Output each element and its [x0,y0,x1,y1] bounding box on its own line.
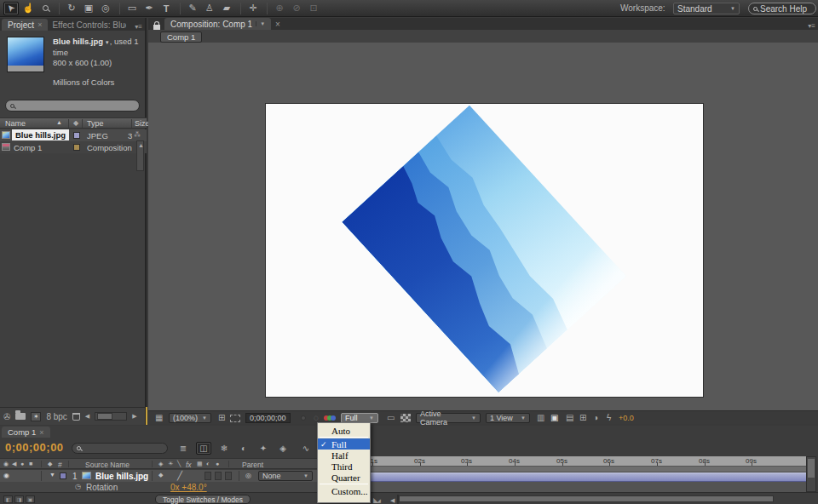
scroll-left-icon[interactable]: ◀ [85,413,89,420]
pen-tool-icon[interactable]: ✒ [141,2,157,15]
show-channels-icon[interactable] [325,415,336,421]
selection-tool-icon[interactable]: ➤ [3,2,19,15]
layer-name[interactable]: Blue hills.jpg [95,472,148,481]
rotation-value[interactable]: 0x +48.0° [170,483,207,492]
comp-mini-flowchart-button[interactable]: Comp 1 [160,32,202,43]
stopwatch-icon[interactable]: ◷ [75,483,81,490]
row-name[interactable]: Comp 1 [14,143,42,152]
label-swatch[interactable] [73,132,80,139]
chevron-down-icon[interactable]: ▼ [256,21,265,26]
column-name[interactable]: Name [5,119,26,128]
clone-stamp-tool-icon[interactable]: ♙ [202,2,217,15]
timeline-search-input[interactable] [72,443,168,454]
rotation-tool-icon[interactable]: ↻ [64,2,79,15]
scroll-left-icon[interactable]: ◀ [390,497,395,504]
expand-layer-switches-icon[interactable]: ◧ [3,495,13,503]
label-column-icon[interactable]: ◆ [73,119,78,127]
label-swatch[interactable] [73,144,80,151]
parent-column[interactable]: Parent [242,461,263,469]
graph-editor-icon[interactable]: ∿ [298,442,314,455]
trash-icon[interactable] [72,413,80,421]
table-row-comp-1[interactable]: Comp 1 Composition [0,141,147,153]
menu-item-auto[interactable]: Auto [318,425,370,436]
bit-depth-label[interactable]: 8 bpc [46,412,66,421]
column-type[interactable]: Type [87,119,104,128]
reset-exposure-icon[interactable]: ◑ [593,413,598,422]
puppet-pin-tool-icon[interactable]: ✛ [245,2,261,15]
timeline-button-icon[interactable]: ▤ [566,413,573,422]
property-name[interactable]: Rotation [86,483,118,492]
menu-item-half[interactable]: Half [318,450,370,461]
close-icon[interactable]: × [39,428,43,437]
view-layout-dropdown[interactable]: 1 View▼ [486,413,530,423]
frame-blend-icon[interactable]: ❄ [216,442,232,455]
parent-pickwhip-icon[interactable]: ◎ [245,472,251,479]
mask-shape-tool-icon[interactable]: ▭ [124,2,140,15]
tab-project[interactable]: Project × [2,19,48,31]
table-row-blue-hills[interactable]: Blue hills.jpg JPEG 3 ⁂ [0,129,147,141]
always-preview-icon[interactable]: ▦ [155,413,163,422]
magnification-dropdown[interactable]: (100%)▼ [169,413,211,423]
auto-keyframe-icon[interactable]: ◈ [275,442,291,455]
switch-cell[interactable] [215,472,222,480]
toggle-switches-modes-button[interactable]: Toggle Switches / Modes [155,495,251,504]
rotation-property-row[interactable]: ◷ Rotation 0x +48.0° [0,482,324,492]
new-folder-icon[interactable] [15,413,26,420]
lock-views-icon[interactable]: ▣ [550,413,558,422]
timeline-current-time[interactable]: 0;00;00;00 [5,441,64,454]
brainstorm-icon[interactable]: ✦ [256,442,271,455]
transparency-grid-icon[interactable] [400,414,411,422]
expander-icon[interactable]: ▼ [49,472,55,478]
comp-flowchart-icon[interactable]: ⊞ [579,413,586,422]
expand-transfer-controls-icon[interactable]: ◨ [14,495,24,503]
motion-blur-icon[interactable]: ◐ [236,442,251,455]
time-ruler[interactable]: 01s 02s 03s 04s 05s 06s 07s 08s 09s [324,456,806,467]
tab-composition[interactable]: Composition: Comp 1 ▼ [164,18,271,30]
close-icon[interactable]: × [271,19,285,30]
composition-viewer[interactable] [148,43,818,410]
project-settings-icon[interactable]: ✶ [31,412,41,421]
layer-row-blue-hills[interactable]: ◉ ▼ 1 Blue hills.jpg ◆ ╱ ◎ None▼ [0,470,324,482]
interpret-footage-icon[interactable]: ✇ [3,412,10,421]
eraser-tool-icon[interactable]: ▰ [219,2,234,15]
adjust-exposure-icon[interactable]: ϟ [607,413,611,422]
menu-item-full[interactable]: ✓ Full [318,438,370,450]
lock-icon[interactable] [153,25,160,30]
layer-label-swatch[interactable] [60,472,66,479]
hand-tool-icon[interactable]: ☝ [20,2,36,15]
work-area-bar[interactable] [324,467,806,472]
camera-dropdown[interactable]: Active Camera▼ [416,413,481,423]
search-help-input[interactable]: Search Help [748,3,816,14]
layer-duration-bar[interactable] [324,472,806,482]
row-name[interactable]: Blue hills.jpg [12,129,69,140]
project-vertical-scrollbar[interactable]: ▲ [136,140,144,171]
zoom-tool-icon[interactable] [37,2,53,15]
region-of-interest-icon[interactable] [230,415,240,422]
expand-inout-columns-icon[interactable]: ▣ [26,495,35,503]
tab-effect-controls[interactable]: Effect Controls: Blue h [48,20,126,31]
scroll-right-icon[interactable]: ▶ [132,413,136,420]
project-search-input[interactable] [5,100,140,112]
panel-menu-icon[interactable]: ▾≡ [808,22,818,30]
parent-dropdown[interactable]: None▼ [258,471,313,481]
switch-cell[interactable] [225,472,232,480]
layer-rasterize-icon[interactable]: ╱ [177,471,182,480]
sort-ascending-icon[interactable]: ▲ [56,119,62,125]
exposure-value[interactable]: +0.0 [619,414,634,422]
rotated-blue-hills-layer[interactable] [342,106,625,393]
comp-mini-flowchart-icon[interactable]: ≣ [176,442,191,455]
menu-item-custom[interactable]: Custom... [318,485,370,496]
current-time-display[interactable]: 0;00;00;00 [245,413,291,423]
timeline-horizontal-scrollbar[interactable] [397,495,399,504]
menu-item-quarter[interactable]: Quarter [318,472,370,483]
layer-quality-icon[interactable]: ◆ [158,472,163,478]
show-snapshot-icon[interactable]: ◌ [314,413,319,422]
safe-zones-icon[interactable]: ⊞ [218,413,225,422]
switch-cell[interactable] [204,472,211,480]
pixel-aspect-correction-icon[interactable]: ▭ [387,413,395,422]
brush-tool-icon[interactable]: ✎ [185,2,200,15]
pan-behind-tool-icon[interactable]: ◎ [98,2,113,15]
source-name-column[interactable]: Source Name [85,461,130,469]
close-icon[interactable]: × [37,20,42,29]
timeline-vertical-scrollbar[interactable] [806,456,816,492]
